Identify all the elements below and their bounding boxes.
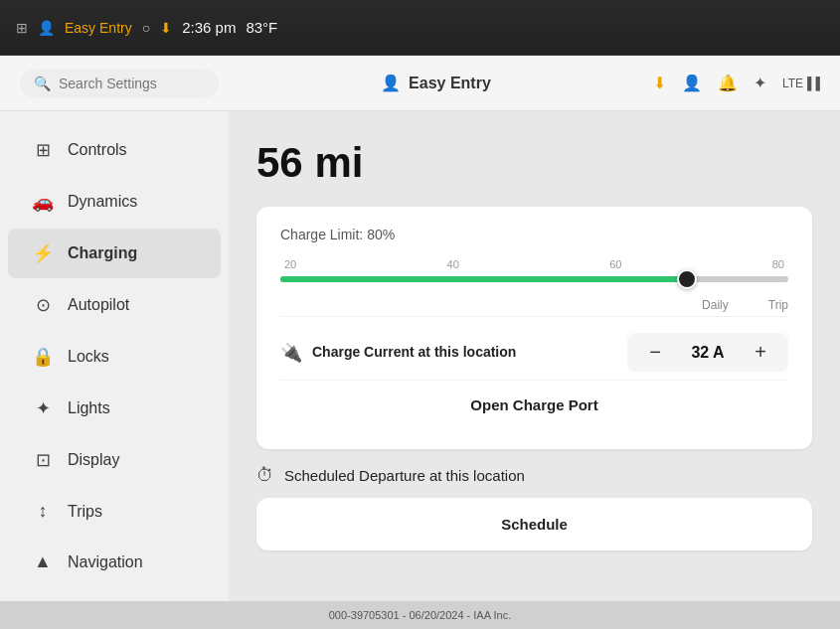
decrease-current-button[interactable]: −: [643, 341, 667, 364]
nav-center: 👤 Easy Entry: [235, 74, 637, 92]
nav-profile-icon: 👤: [381, 74, 401, 92]
sidebar-label-trips: Trips: [68, 503, 102, 521]
tick-60: 60: [609, 258, 621, 270]
display-icon: ⊡: [32, 449, 54, 471]
scheduled-departure-row: ⏱ Scheduled Departure at this location: [256, 465, 812, 486]
footer-text: 000-39705301 - 06/20/2024 - IAA Inc.: [329, 609, 511, 621]
sidebar-label-navigation: Navigation: [68, 553, 143, 571]
autopilot-icon: ⊙: [32, 294, 54, 316]
sidebar-label-charging: Charging: [68, 244, 137, 262]
charge-current-row: 🔌 Charge Current at this location − 32 A…: [280, 316, 788, 372]
sidebar-item-display[interactable]: ⊡ Display: [8, 435, 221, 485]
bluetooth-icon[interactable]: ✦: [754, 74, 766, 92]
trip-label: Trip: [768, 298, 788, 312]
nav-title: Easy Entry: [409, 75, 491, 92]
dynamics-icon: 🚗: [32, 191, 54, 213]
sidebar-label-lights: Lights: [68, 399, 110, 417]
controls-icon: ⊞: [32, 139, 54, 161]
top-nav: 🔍 👤 Easy Entry ⬇ 👤 🔔 ✦ LTE▐▐: [0, 56, 840, 111]
range-display: 56 mi: [256, 139, 812, 187]
sidebar-item-lights[interactable]: ✦ Lights: [8, 384, 221, 433]
status-profile-label: Easy Entry: [65, 20, 132, 36]
schedule-button[interactable]: Schedule: [280, 516, 788, 533]
tick-40: 40: [447, 258, 459, 270]
charge-current-control: − 32 A +: [627, 333, 788, 372]
bell-icon[interactable]: 🔔: [718, 74, 738, 92]
main-layout: ⊞ Controls 🚗 Dynamics ⚡ Charging ⊙ Autop…: [0, 111, 840, 629]
sidebar-item-navigation[interactable]: ▲ Navigation: [8, 538, 221, 586]
footer-bar: 000-39705301 - 06/20/2024 - IAA Inc.: [0, 601, 840, 629]
charge-current-info: 🔌 Charge Current at this location: [280, 342, 627, 364]
sidebar-item-charging[interactable]: ⚡ Charging: [8, 229, 221, 278]
search-box[interactable]: 🔍: [20, 70, 219, 97]
sidebar-item-autopilot[interactable]: ⊙ Autopilot: [8, 280, 221, 330]
profile-icon-status: 👤: [38, 20, 55, 36]
charge-limit-label: Charge Limit: 80%: [280, 227, 788, 242]
home-icon: ⊞: [16, 20, 28, 36]
slider-labels: Daily Trip: [280, 298, 788, 312]
plug-icon: 🔌: [280, 342, 302, 364]
locks-icon: 🔒: [32, 346, 54, 368]
sidebar-item-locks[interactable]: 🔒 Locks: [8, 332, 221, 382]
charge-card: Charge Limit: 80% 20 40 60 80 Daily Trip: [256, 207, 812, 449]
tick-20: 20: [284, 258, 296, 270]
sidebar-item-controls[interactable]: ⊞ Controls: [8, 125, 221, 175]
tick-80: 80: [772, 258, 784, 270]
slider-ticks: 20 40 60 80: [280, 258, 788, 270]
charge-slider-thumb[interactable]: [677, 269, 697, 289]
download-icon-status: ⬇: [160, 20, 172, 36]
charge-current-label: Charge Current at this location: [312, 343, 516, 361]
status-time: 2:36 pm: [182, 19, 236, 36]
sidebar-label-locks: Locks: [68, 348, 109, 366]
navigation-icon: ▲: [32, 551, 54, 572]
increase-current-button[interactable]: +: [749, 341, 772, 364]
sidebar-label-controls: Controls: [68, 141, 127, 159]
nav-icons: ⬇ 👤 🔔 ✦ LTE▐▐: [653, 74, 820, 92]
sidebar-item-trips[interactable]: ↕ Trips: [8, 487, 221, 536]
circle-icon: ○: [142, 20, 150, 36]
clock-icon: ⏱: [256, 465, 274, 486]
sidebar: ⊞ Controls 🚗 Dynamics ⚡ Charging ⊙ Autop…: [0, 111, 229, 629]
content-area: 56 mi Charge Limit: 80% 20 40 60 80 Dail…: [229, 111, 840, 629]
schedule-card: Schedule: [256, 498, 812, 550]
signal-icon: LTE▐▐: [782, 77, 820, 90]
charge-slider-fill: [280, 276, 687, 282]
lights-icon: ✦: [32, 397, 54, 419]
search-icon: 🔍: [34, 76, 51, 91]
status-temp: 83°F: [246, 19, 277, 36]
charge-slider-track[interactable]: [280, 276, 788, 282]
sidebar-item-dynamics[interactable]: 🚗 Dynamics: [8, 177, 221, 227]
current-value: 32 A: [683, 344, 733, 362]
daily-label: Daily: [702, 298, 729, 312]
status-bar-left: ⊞ 👤 Easy Entry ○ ⬇ 2:36 pm 83°F: [16, 19, 824, 36]
sidebar-label-dynamics: Dynamics: [68, 193, 137, 211]
open-charge-port-button[interactable]: Open Charge Port: [280, 380, 788, 429]
search-input[interactable]: [59, 76, 198, 91]
sidebar-label-display: Display: [68, 451, 119, 469]
charging-icon: ⚡: [32, 242, 54, 264]
scheduled-departure-label: Scheduled Departure at this location: [284, 467, 525, 484]
download-icon-nav[interactable]: ⬇: [653, 74, 666, 92]
profile-icon-nav[interactable]: 👤: [682, 74, 702, 92]
sidebar-label-autopilot: Autopilot: [68, 296, 129, 314]
trips-icon: ↕: [32, 501, 54, 522]
status-bar: ⊞ 👤 Easy Entry ○ ⬇ 2:36 pm 83°F: [0, 0, 840, 56]
